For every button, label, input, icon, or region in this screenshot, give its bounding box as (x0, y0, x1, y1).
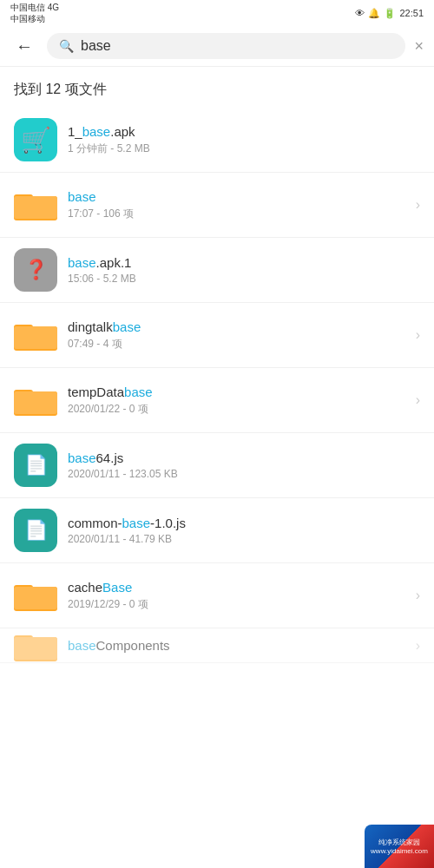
chevron-right-icon: › (416, 638, 420, 654)
svg-rect-8 (14, 391, 57, 414)
watermark-line2: www.yidaimei.com (371, 847, 428, 855)
file-name: base (68, 189, 409, 204)
file-info: base.apk.1 15:06 - 5.2 MB (68, 255, 420, 285)
file-info: base64.js 2020/01/11 - 123.05 KB (68, 450, 420, 480)
time-display: 22:51 (399, 8, 424, 18)
apk-icon: 🛒 (14, 118, 57, 161)
file-name: baseComponents (68, 638, 409, 653)
file-item[interactable]: tempDatabase 2020/01/22 - 0 项 › (0, 368, 434, 433)
svg-rect-11 (14, 587, 57, 609)
file-meta: 2020/01/11 - 41.79 KB (68, 533, 420, 545)
chevron-right-icon: › (416, 588, 420, 603)
watermark-line1: 纯净系统家园 (371, 838, 428, 847)
folder-icon (14, 378, 57, 422)
file-name: base.apk.1 (68, 255, 420, 270)
search-bar: ← 🔍 base × (0, 26, 434, 67)
js-file-icon: 📄 (14, 509, 57, 552)
folder-icon (14, 628, 57, 663)
file-info: cacheBase 2019/12/29 - 0 项 (68, 580, 409, 612)
file-info: 1_base.apk 1 分钟前 - 5.2 MB (68, 124, 420, 156)
file-name: tempDatabase (68, 385, 409, 399)
file-item[interactable]: dingtalkbase 07:49 - 4 项 › (0, 303, 434, 368)
file-info: dingtalkbase 07:49 - 4 项 (68, 319, 409, 352)
file-name: common-base-1.0.js (68, 516, 420, 530)
svg-rect-2 (14, 196, 57, 219)
file-item[interactable]: base 17:07 - 106 项 › (0, 173, 434, 238)
folder-icon (14, 313, 57, 357)
file-name: cacheBase (68, 580, 409, 595)
folder-icon (14, 183, 57, 227)
search-icon: 🔍 (59, 39, 74, 53)
file-info: baseComponents (68, 638, 409, 653)
file-item[interactable]: baseComponents › (0, 628, 434, 663)
battery-icon: 🔋 (384, 8, 396, 19)
svg-rect-14 (14, 637, 57, 660)
file-meta: 15:06 - 5.2 MB (68, 273, 420, 285)
file-meta: 17:07 - 106 项 (68, 207, 409, 221)
file-name: dingtalkbase (68, 319, 409, 334)
file-item[interactable]: 📄 common-base-1.0.js 2020/01/11 - 41.79 … (0, 498, 434, 563)
search-input-wrapper[interactable]: 🔍 base (47, 33, 405, 59)
status-right: 👁 🔔 🔋 22:51 (355, 8, 424, 19)
file-item[interactable]: 📄 base64.js 2020/01/11 - 123.05 KB (0, 433, 434, 498)
search-query[interactable]: base (81, 38, 393, 54)
file-meta: 2019/12/29 - 0 项 (68, 597, 409, 612)
chevron-right-icon: › (416, 327, 420, 343)
file-info: base 17:07 - 106 项 (68, 189, 409, 221)
file-info: tempDatabase 2020/01/22 - 0 项 (68, 385, 409, 417)
clear-button[interactable]: × (414, 37, 424, 56)
status-bar: 中国电信 4G 中国移动 👁 🔔 🔋 22:51 (0, 0, 434, 26)
folder-icon (14, 574, 57, 617)
file-list: 🛒 1_base.apk 1 分钟前 - 5.2 MB base 17:07 -… (0, 108, 434, 663)
back-button[interactable]: ← (10, 35, 38, 58)
eye-icon: 👁 (355, 8, 365, 18)
chevron-right-icon: › (416, 197, 420, 213)
file-item[interactable]: 🛒 1_base.apk 1 分钟前 - 5.2 MB (0, 108, 434, 173)
bell-icon: 🔔 (368, 8, 380, 19)
watermark: 纯净系统家园 www.yidaimei.com (365, 825, 434, 868)
js-file-icon: 📄 (14, 444, 57, 487)
file-meta: 2020/01/22 - 0 项 (68, 402, 409, 417)
file-name: 1_base.apk (68, 124, 420, 139)
file-name: base64.js (68, 450, 420, 465)
unknown-icon: ❓ (14, 248, 57, 292)
file-meta: 1 分钟前 - 5.2 MB (68, 141, 420, 156)
file-info: common-base-1.0.js 2020/01/11 - 41.79 KB (68, 516, 420, 545)
chevron-right-icon: › (416, 392, 420, 408)
file-item[interactable]: cacheBase 2019/12/29 - 0 项 › (0, 563, 434, 628)
file-meta: 07:49 - 4 项 (68, 337, 409, 352)
file-item[interactable]: ❓ base.apk.1 15:06 - 5.2 MB (0, 238, 434, 303)
carrier-info: 中国电信 4G 中国移动 (10, 2, 59, 24)
svg-rect-5 (14, 326, 57, 349)
result-count: 找到 12 项文件 (0, 67, 434, 108)
file-meta: 2020/01/11 - 123.05 KB (68, 468, 420, 480)
